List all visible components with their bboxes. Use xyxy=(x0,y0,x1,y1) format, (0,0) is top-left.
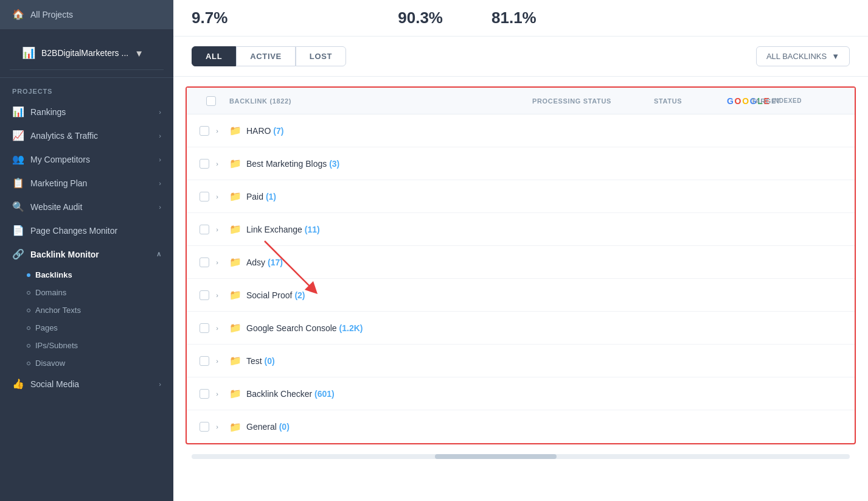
row-expand-6[interactable]: › xyxy=(212,290,223,301)
row-folder-name-3: 📁 Paid (1) xyxy=(229,191,532,202)
main-content: 9.7% 90.3% 81.1% ALL ACTIVE LOST ALL BAC… xyxy=(173,0,868,501)
folder-icon-5: 📁 xyxy=(229,256,241,268)
row-expand-9[interactable]: › xyxy=(212,388,223,399)
table-row[interactable]: › 📁 Adsy (17) xyxy=(187,246,855,279)
sidebar-sub-domains[interactable]: Domains xyxy=(0,284,173,301)
table-row[interactable]: › 📁 Social Proof (2) xyxy=(187,279,855,312)
row-checkbox-6[interactable] xyxy=(200,290,209,300)
table-row[interactable]: › 📁 HARO (7) xyxy=(187,114,855,147)
table-row[interactable]: › 📁 Best Marketing Blogs (3) xyxy=(187,147,855,180)
sidebar-sub-pages[interactable]: Pages xyxy=(0,319,173,337)
sidebar-item-social-media[interactable]: 👍 Social Media › xyxy=(0,372,173,396)
project-name: B2BDigitalMarketers ... xyxy=(41,48,128,58)
horizontal-scrollbar[interactable] xyxy=(192,454,850,459)
sidebar-item-audit[interactable]: 🔍 Website Audit › xyxy=(0,195,173,219)
chevron-analytics: › xyxy=(159,132,161,139)
row-checkbox-1[interactable] xyxy=(200,126,209,136)
stat-value-1: 9.7% xyxy=(192,9,227,27)
row-checkbox-9[interactable] xyxy=(200,389,209,399)
tab-active[interactable]: ACTIVE xyxy=(236,46,296,66)
table-row[interactable]: › 📁 General (0) xyxy=(187,410,855,443)
row-folder-name-10: 📁 General (0) xyxy=(229,421,532,433)
sidebar-item-page-changes[interactable]: 📄 Page Changes Monitor xyxy=(0,219,173,242)
row-expand-1[interactable]: › xyxy=(212,125,223,136)
table-row[interactable]: › 📁 Link Exchange (11) xyxy=(187,213,855,246)
all-projects-link[interactable]: 🏠 All Projects xyxy=(0,0,173,29)
stat-value-2: 90.3% xyxy=(398,9,443,27)
folder-label-4: Link Exchange (11) xyxy=(246,225,320,234)
folder-icon-2: 📁 xyxy=(229,158,241,169)
folder-icon-6: 📁 xyxy=(229,289,241,301)
row-expand-3[interactable]: › xyxy=(212,191,223,202)
row-checkbox-cell: › xyxy=(193,191,229,202)
row-folder-name-8: 📁 Test (0) xyxy=(229,355,532,366)
folder-icon-8: 📁 xyxy=(229,355,241,366)
chevron-audit: › xyxy=(159,203,161,211)
row-checkbox-4[interactable] xyxy=(200,225,209,234)
row-checkbox-5[interactable] xyxy=(200,258,209,267)
table-row[interactable]: › 📁 Backlink Checker (601) xyxy=(187,377,855,410)
chevron-backlink: ∧ xyxy=(156,250,161,258)
th-indexed: Google INDEXED xyxy=(727,96,751,106)
row-checkbox-2[interactable] xyxy=(200,159,209,169)
backlink-sub-menu: Backlinks Domains Anchor Texts Pages IPs… xyxy=(0,266,173,372)
bullet-ips xyxy=(27,344,30,348)
folder-icon-1: 📁 xyxy=(229,125,241,136)
sidebar-sub-backlinks[interactable]: Backlinks xyxy=(0,266,173,284)
table-row[interactable]: › 📁 Paid (1) xyxy=(187,180,855,213)
row-folder-name-6: 📁 Social Proof (2) xyxy=(229,289,532,301)
sidebar-sub-anchor-texts[interactable]: Anchor Texts xyxy=(0,301,173,319)
chevron-marketing: › xyxy=(159,180,161,187)
backlink-icon: 🔗 xyxy=(12,248,24,260)
rankings-icon: 📊 xyxy=(12,106,24,117)
row-checkbox-7[interactable] xyxy=(200,323,209,333)
row-expand-4[interactable]: › xyxy=(212,224,223,235)
row-folder-name-4: 📁 Link Exchange (11) xyxy=(229,223,532,235)
folder-icon-4: 📁 xyxy=(229,223,241,235)
row-checkbox-cell: › xyxy=(193,257,229,268)
row-checkbox-cell: › xyxy=(193,224,229,235)
bullet-domains xyxy=(27,291,30,295)
table-row[interactable]: › 📁 Test (0) xyxy=(187,345,855,377)
sidebar-item-marketing[interactable]: 📋 Marketing Plan › xyxy=(0,171,173,195)
folder-icon-9: 📁 xyxy=(229,388,241,399)
sidebar-sub-disavow[interactable]: Disavow xyxy=(0,354,173,372)
row-checkbox-cell: › xyxy=(193,290,229,301)
backlinks-table: BACKLINK (1822) PROCESSING STATUS STATUS… xyxy=(186,86,856,444)
th-backlink: BACKLINK (1822) xyxy=(229,97,532,105)
folder-label-9: Backlink Checker (601) xyxy=(246,389,335,399)
sidebar: 🏠 All Projects 📊 B2BDigitalMarketers ...… xyxy=(0,0,173,501)
sidebar-item-competitors[interactable]: 👥 My Competitors › xyxy=(0,147,173,171)
bullet-backlinks xyxy=(27,273,30,277)
row-expand-7[interactable]: › xyxy=(212,323,223,334)
chevron-dropdown-icon: ▼ xyxy=(832,52,839,61)
row-checkbox-3[interactable] xyxy=(200,192,209,201)
folder-label-1: HARO (7) xyxy=(246,126,283,136)
audit-icon: 🔍 xyxy=(12,201,24,212)
sidebar-item-rankings[interactable]: 📊 Rankings › xyxy=(0,100,173,124)
sidebar-item-analytics[interactable]: 📈 Analytics & Traffic › xyxy=(0,124,173,147)
filter-tabs: ALL ACTIVE LOST xyxy=(192,46,346,66)
tab-lost[interactable]: LOST xyxy=(296,46,346,66)
project-selector[interactable]: 📊 B2BDigitalMarketers ... ▼ xyxy=(10,37,164,70)
row-expand-5[interactable]: › xyxy=(212,257,223,268)
sidebar-sub-ips[interactable]: IPs/Subnets xyxy=(0,337,173,354)
header-checkbox[interactable] xyxy=(206,96,216,106)
row-checkbox-cell: › xyxy=(193,323,229,334)
tab-all[interactable]: ALL xyxy=(192,46,236,66)
row-folder-name-5: 📁 Adsy (17) xyxy=(229,256,532,268)
th-status: STATUS xyxy=(654,97,727,105)
social-icon: 👍 xyxy=(12,378,24,390)
table-row[interactable]: › 📁 Google Search Console (1.2K) xyxy=(187,312,855,345)
row-expand-2[interactable]: › xyxy=(212,158,223,169)
row-expand-8[interactable]: › xyxy=(212,356,223,366)
sidebar-item-backlink[interactable]: 🔗 Backlink Monitor ∧ xyxy=(0,242,173,266)
th-target: TARGET xyxy=(751,97,800,105)
row-checkbox-10[interactable] xyxy=(200,422,209,432)
backlinks-dropdown[interactable]: ALL BACKLINKS ▼ xyxy=(756,46,850,66)
projects-section-label: PROJECTS xyxy=(0,78,173,100)
row-checkbox-8[interactable] xyxy=(200,356,209,366)
row-expand-10[interactable]: › xyxy=(212,421,223,432)
table-rows: › 📁 HARO (7) › 📁 Best Marketing Blogs (3… xyxy=(187,114,855,443)
chevron-social: › xyxy=(159,380,161,388)
